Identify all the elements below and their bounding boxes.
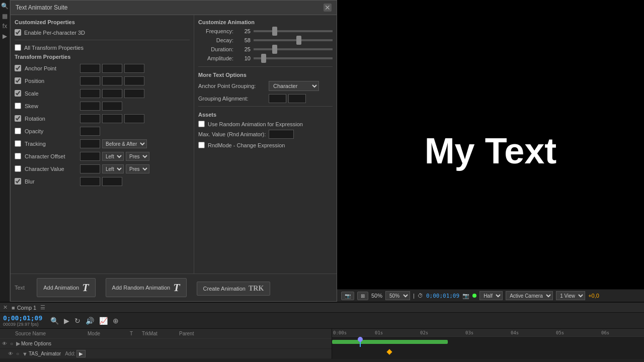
camera-dropdown[interactable]: Active Camera — [506, 291, 553, 300]
more-options-track[interactable]: 👁 ○ ▶ More Options — [0, 339, 332, 349]
search-timeline-btn[interactable]: 🔍 — [49, 316, 60, 326]
position-z[interactable]: 0 — [124, 76, 144, 85]
dialog-body: Customized Properties Enable Per-charact… — [11, 15, 337, 274]
anchor-point-label: Anchor Point — [25, 65, 80, 71]
tas-visibility[interactable]: 👁 — [8, 351, 16, 356]
zoom-dropdown[interactable]: 50% — [385, 291, 410, 300]
tas-expand[interactable]: ▼ — [22, 351, 28, 357]
frequency-slider[interactable] — [254, 30, 333, 32]
graph-btn[interactable]: 📈 — [98, 316, 109, 326]
max-value-input[interactable]: 400 — [269, 130, 294, 139]
scale-z[interactable]: 0 — [124, 89, 144, 98]
menu-icon[interactable]: ☰ — [40, 304, 45, 311]
marker-btn[interactable]: ⊕ — [112, 316, 120, 326]
more-options-expand[interactable]: ▶ — [16, 340, 20, 347]
rotation-x[interactable]: 45 — [80, 114, 100, 123]
grouping-align-y[interactable]: 0 — [288, 94, 306, 103]
duration-slider[interactable] — [254, 48, 333, 50]
tracking-row: Tracking 0 Before & After — [15, 138, 190, 149]
char-value-dropdown2[interactable]: Pres — [126, 164, 149, 173]
dialog-close-btn[interactable]: ✕ — [324, 4, 332, 12]
col-parent-name: Parent — [179, 331, 219, 336]
use-random-checkbox[interactable] — [198, 121, 205, 127]
skew-values: 0 0 — [80, 102, 190, 111]
rnd-mode-checkbox[interactable] — [198, 142, 205, 148]
blur-v2[interactable]: 0 — [102, 177, 122, 186]
tas-add-btn[interactable]: ▶ — [76, 350, 86, 357]
more-options-visibility[interactable]: 👁 — [2, 341, 10, 346]
more-options-name: More Options — [21, 341, 51, 346]
add-random-animation-button[interactable]: Add Random Animation T — [106, 278, 187, 297]
anchor-point-z[interactable]: 0 — [124, 64, 144, 73]
tracking-dropdown[interactable]: Before & After — [102, 139, 147, 148]
all-transform-checkbox[interactable] — [15, 44, 21, 51]
anchor-point-y[interactable]: 0 — [102, 64, 122, 73]
position-checkbox[interactable] — [15, 77, 21, 84]
zoom-display: 50% — [371, 293, 382, 299]
blur-v1[interactable]: 65 — [80, 177, 100, 186]
playhead[interactable] — [360, 337, 361, 347]
decay-slider[interactable] — [254, 39, 333, 41]
create-animation-label: Create Animation — [203, 286, 246, 292]
grouping-align-x[interactable]: 0 — [269, 94, 286, 103]
tracking-checkbox[interactable] — [15, 140, 21, 147]
right-col: Customize Animation Frequency: 25 Decay:… — [194, 15, 337, 274]
anchor-point-x[interactable]: 0 — [80, 64, 100, 73]
keyframe-marker-1 — [386, 349, 392, 354]
skew-y[interactable]: 0 — [102, 102, 122, 111]
timeline-timecode[interactable]: 0;00;01;09 — [3, 314, 42, 322]
add-animation-button[interactable]: Add Animation T — [37, 278, 95, 297]
tas-animator-track[interactable]: 👁 ○ ▼ TAS_Animator Add: ▶ — [0, 349, 332, 359]
create-animation-button[interactable]: Create Animation TRK — [197, 282, 271, 296]
char-offset-dropdown2[interactable]: Pres — [126, 152, 149, 161]
blur-checkbox[interactable] — [15, 178, 21, 185]
tas-solo[interactable]: ○ — [16, 351, 22, 356]
position-x[interactable]: 400 — [80, 76, 100, 85]
char-value-val[interactable]: 0 — [80, 164, 100, 173]
timeline-header: ✕ ■ Comp 1 ☰ — [0, 303, 644, 313]
char-offset-checkbox[interactable] — [15, 153, 21, 159]
anchor-grouping-dropdown[interactable]: CharacterWordLineAll — [269, 81, 319, 91]
view-dropdown[interactable]: 1 View — [556, 291, 585, 300]
scale-checkbox[interactable] — [15, 90, 21, 97]
opacity-val[interactable]: 0 — [80, 127, 100, 136]
grid-btn[interactable]: ⊞ — [357, 292, 368, 300]
play-btn[interactable]: ▶ — [63, 316, 70, 326]
char-value-dropdown1[interactable]: Left — [102, 164, 124, 173]
rotation-y[interactable]: 89 — [102, 114, 122, 123]
scale-y[interactable]: 0 — [102, 89, 122, 98]
quality-dropdown[interactable]: Half — [479, 291, 503, 300]
opacity-checkbox[interactable] — [15, 128, 21, 134]
anchor-point-checkbox[interactable] — [15, 65, 21, 71]
all-transform-label: All Transform Properties — [24, 45, 84, 51]
char-offset-val[interactable]: 0 — [80, 152, 100, 161]
duration-row: Duration: 25 — [198, 46, 333, 52]
search-icon[interactable]: 🔍 — [1, 2, 9, 10]
rotation-checkbox[interactable] — [15, 115, 21, 122]
arrow-icon[interactable]: ▶ — [1, 32, 9, 40]
snapshot-btn[interactable]: 📷 — [341, 292, 354, 300]
opacity-values: 0 — [80, 127, 190, 136]
enable-per-char-checkbox[interactable] — [15, 29, 21, 36]
skew-x[interactable]: 0 — [80, 102, 100, 111]
opacity-row: Opacity 0 — [15, 126, 190, 137]
char-value-checkbox[interactable] — [15, 165, 21, 172]
position-values: 400 0 0 — [80, 76, 190, 85]
audio-btn[interactable]: 🔊 — [85, 316, 95, 326]
more-options-solo[interactable]: ○ — [10, 341, 16, 346]
ruler-04s: 04s — [511, 330, 519, 335]
amplitude-slider[interactable] — [254, 57, 333, 59]
loop-btn[interactable]: ↻ — [73, 316, 82, 326]
close-comp-btn[interactable]: ✕ — [3, 304, 8, 311]
rotation-z[interactable]: 90 — [124, 114, 144, 123]
skew-checkbox[interactable] — [15, 103, 21, 109]
effect-icon[interactable]: fx — [1, 22, 9, 30]
scale-x[interactable]: 0 — [80, 89, 100, 98]
customize-animation-section: Customize Animation Frequency: 25 Decay:… — [198, 19, 333, 61]
comp-tab[interactable]: ■ Comp 1 — [12, 305, 36, 311]
buttons-row: Text Add Animation T Add Random Animatio… — [11, 274, 337, 301]
tracking-val[interactable]: 0 — [80, 139, 100, 148]
char-offset-dropdown1[interactable]: Left — [102, 152, 124, 161]
layer-icon[interactable]: ▦ — [1, 12, 9, 20]
position-y[interactable]: 0 — [102, 76, 122, 85]
